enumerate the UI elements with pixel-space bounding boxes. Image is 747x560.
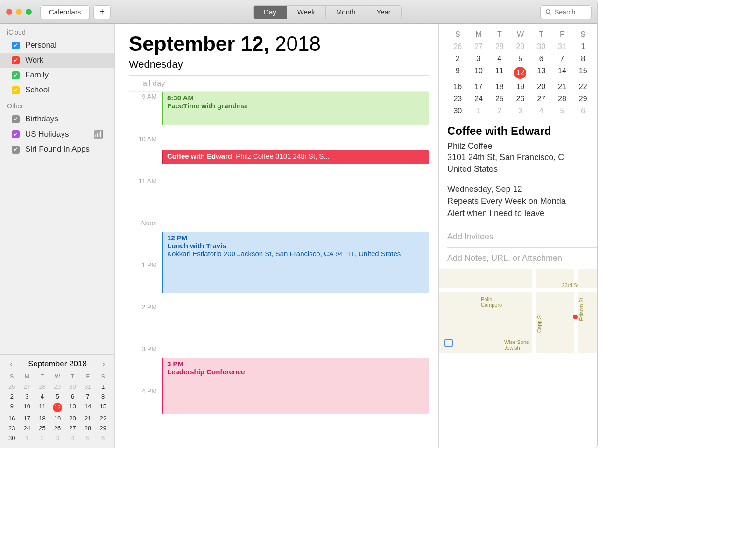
calendar-day[interactable]: 18 (489, 83, 510, 91)
calendar-day[interactable]: 5 (510, 55, 531, 63)
calendar-day[interactable]: 4 (65, 433, 80, 443)
calendar-day[interactable]: 30 (4, 433, 20, 443)
add-notes[interactable]: Add Notes, URL, or Attachmen (447, 247, 597, 269)
calendar-day[interactable]: 30 (447, 107, 468, 115)
calendar-day[interactable]: 28 (35, 382, 50, 392)
sidebar-item[interactable]: US Holidays📶 (0, 126, 114, 142)
calendar-day[interactable]: 12 (50, 401, 65, 413)
calendar-day[interactable]: 7 (80, 392, 96, 401)
calendar-day[interactable]: 20 (531, 83, 552, 91)
checkbox-icon[interactable] (12, 86, 20, 94)
calendar-day[interactable]: 10 (468, 67, 489, 79)
calendar-day[interactable]: 27 (65, 423, 80, 433)
checkbox-icon[interactable] (12, 56, 20, 64)
calendar-day[interactable]: 4 (35, 392, 50, 401)
sidebar-item[interactable]: Family (0, 68, 114, 83)
sidebar-item[interactable]: Work (0, 53, 114, 68)
calendar-day[interactable]: 16 (447, 83, 468, 91)
calendar-day[interactable]: 17 (20, 413, 35, 423)
calendar-day[interactable]: 9 (4, 401, 20, 413)
calendar-day[interactable]: 27 (20, 382, 35, 392)
view-month[interactable]: Month (326, 6, 366, 19)
sidebar-item[interactable]: Birthdays (0, 112, 114, 126)
sidebar-item[interactable]: Siri Found in Apps (0, 142, 114, 157)
calendar-day[interactable]: 6 (65, 392, 80, 401)
mini-next-button[interactable]: › (100, 360, 108, 368)
calendar-day[interactable]: 1 (95, 382, 111, 392)
calendar-day[interactable]: 22 (572, 83, 593, 91)
view-day[interactable]: Day (254, 6, 287, 19)
add-invitees[interactable]: Add Invitees (447, 226, 597, 247)
calendar-day[interactable]: 28 (552, 95, 573, 103)
calendar-day[interactable]: 21 (80, 413, 96, 423)
calendar-day[interactable]: 17 (468, 83, 489, 91)
minimize-icon[interactable] (16, 9, 22, 15)
calendar-day[interactable]: 10 (20, 401, 35, 413)
calendar-day[interactable]: 29 (95, 423, 111, 433)
event-when[interactable]: Wednesday, Sep 12 Repeats Every Week on … (447, 183, 597, 226)
calendar-day[interactable]: 19 (510, 83, 531, 91)
calendar-day[interactable]: 6 (531, 55, 552, 63)
search-field[interactable] (540, 5, 592, 19)
calendar-day[interactable]: 15 (95, 401, 111, 413)
calendar-day[interactable]: 25 (35, 423, 50, 433)
calendar-day[interactable]: 30 (531, 42, 552, 51)
calendar-day[interactable]: 6 (572, 107, 593, 115)
calendar-day[interactable]: 24 (20, 423, 35, 433)
calendar-day[interactable]: 14 (80, 401, 96, 413)
calendar-day[interactable]: 26 (510, 95, 531, 103)
checkbox-icon[interactable] (12, 146, 20, 154)
event-title[interactable]: Coffee with Edward (447, 125, 597, 140)
calendar-day[interactable]: 8 (95, 392, 111, 401)
checkbox-icon[interactable] (12, 42, 20, 49)
calendar-day[interactable]: 26 (447, 42, 468, 51)
calendar-day[interactable]: 15 (572, 67, 593, 79)
calendars-button[interactable]: Calendars (40, 5, 90, 19)
event[interactable]: Coffee with EdwardPhilz Coffee 3101 24th… (162, 150, 429, 164)
calendar-day[interactable]: 11 (489, 67, 510, 79)
calendar-day[interactable]: 28 (80, 423, 96, 433)
calendar-day[interactable]: 14 (552, 67, 573, 79)
calendar-day[interactable]: 24 (468, 95, 489, 103)
calendar-day[interactable]: 9 (447, 67, 468, 79)
calendar-day[interactable]: 5 (80, 433, 96, 443)
calendar-day[interactable]: 29 (572, 95, 593, 103)
calendar-day[interactable]: 12 (510, 67, 531, 79)
calendar-day[interactable]: 5 (50, 392, 65, 401)
calendar-day[interactable]: 2 (447, 55, 468, 63)
calendar-day[interactable]: 3 (20, 392, 35, 401)
calendar-day[interactable]: 29 (510, 42, 531, 51)
calendar-day[interactable]: 3 (510, 107, 531, 115)
calendar-day[interactable]: 3 (50, 433, 65, 443)
calendar-day[interactable]: 1 (468, 107, 489, 115)
calendar-day[interactable]: 31 (80, 382, 96, 392)
calendar-day[interactable]: 26 (50, 423, 65, 433)
calendar-day[interactable]: 21 (552, 83, 573, 91)
search-input[interactable] (555, 8, 583, 16)
event[interactable]: 8:30 AMFaceTime with grandma (162, 92, 429, 125)
calendar-day[interactable]: 8 (572, 55, 593, 63)
calendar-day[interactable]: 28 (489, 42, 510, 51)
calendar-day[interactable]: 2 (4, 392, 20, 401)
calendar-day[interactable]: 1 (20, 433, 35, 443)
calendar-day[interactable]: 6 (95, 433, 111, 443)
schedule[interactable]: 9 AM10 AM11 AMNoon1 PM2 PM3 PM4 PM 8:30 … (129, 92, 429, 448)
event[interactable]: 3 PMLeadership Conference (162, 358, 429, 414)
close-icon[interactable] (6, 9, 12, 15)
view-week[interactable]: Week (287, 6, 326, 19)
zoom-icon[interactable] (26, 9, 32, 15)
calendar-day[interactable]: 3 (468, 55, 489, 63)
checkbox-icon[interactable] (12, 115, 20, 123)
event[interactable]: 12 PMLunch with TravisKokkari Estiatorio… (162, 232, 429, 293)
calendar-day[interactable]: 31 (552, 42, 573, 51)
calendar-day[interactable]: 5 (552, 107, 573, 115)
sidebar-item[interactable]: Personal (0, 38, 114, 53)
calendar-day[interactable]: 2 (489, 107, 510, 115)
calendar-day[interactable]: 7 (552, 55, 573, 63)
calendar-day[interactable]: 19 (50, 413, 65, 423)
calendar-day[interactable]: 16 (4, 413, 20, 423)
calendar-day[interactable]: 2 (35, 433, 50, 443)
calendar-day[interactable]: 18 (35, 413, 50, 423)
calendar-day[interactable]: 27 (468, 42, 489, 51)
checkbox-icon[interactable] (12, 130, 20, 138)
